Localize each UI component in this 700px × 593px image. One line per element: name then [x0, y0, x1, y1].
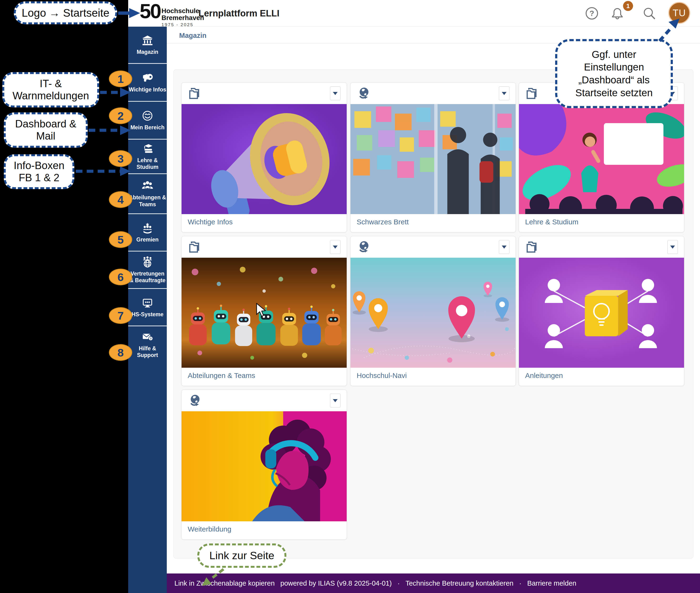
- card-actions-dropdown[interactable]: [330, 240, 340, 254]
- copy-link-footer-link[interactable]: Link in Zwischenablage kopieren: [174, 580, 275, 587]
- sidebar-item-hilfe-support[interactable]: ? Hilfe & Support: [128, 325, 167, 363]
- megaphone-icon: [142, 72, 153, 84]
- sidebar-item-mein-bereich[interactable]: Mein Bereich: [128, 101, 167, 139]
- notification-count-badge: 1: [623, 1, 633, 11]
- sidebar-item-magazin[interactable]: Magazin: [128, 27, 167, 63]
- weblink-icon: [357, 86, 370, 100]
- annotation-box-warnmeldungen: IT- & Warnmeldungen: [2, 72, 99, 108]
- card-image-idea-network: [519, 258, 684, 368]
- bank-icon: [142, 34, 153, 46]
- folder-icon: [188, 86, 201, 100]
- card-anleitungen[interactable]: Anleitungen: [519, 236, 684, 386]
- footer-bar: Link in Zwischenablage kopieren powered …: [167, 574, 700, 593]
- card-actions-dropdown[interactable]: [330, 394, 340, 407]
- annotation-number-5: 5: [109, 231, 132, 248]
- chevron-down-icon: [333, 92, 338, 95]
- sidebar-item-hs-systeme[interactable]: HS-Systeme: [128, 288, 167, 325]
- card-wichtige-infos[interactable]: Wichtige Infos: [181, 82, 347, 232]
- user-avatar[interactable]: TU: [668, 2, 690, 24]
- mail-help-icon: ?: [142, 331, 153, 343]
- weblink-icon: [357, 240, 370, 254]
- chevron-down-icon: [502, 92, 507, 95]
- globe-people-icon: [142, 256, 153, 268]
- notification-bell-icon[interactable]: [610, 6, 624, 21]
- support-footer-link[interactable]: Technische Betreuung kontaktieren: [406, 580, 513, 587]
- annotation-number-4: 4: [109, 191, 132, 208]
- page-title: Lernplattform ELLI: [198, 0, 280, 27]
- top-bar: 50 Hochschule Bremerhaven 1975 - 2025 Le…: [128, 0, 700, 27]
- card-image-sticky-notes: [351, 104, 516, 214]
- card-image-presentation: [519, 104, 684, 214]
- card-hochschul-navi[interactable]: Hochschul-Navi: [350, 236, 516, 386]
- annotation-number-7: 7: [109, 307, 132, 324]
- folder-icon: [525, 86, 539, 100]
- main-content: Magazin: [167, 27, 700, 574]
- card-title[interactable]: Hochschul-Navi: [351, 368, 516, 386]
- card-title[interactable]: Anleitungen: [519, 368, 684, 386]
- sidebar-item-vertretungen-beauftragte[interactable]: Vertretungen & Beauftragte: [128, 251, 167, 288]
- books-cap-icon: [142, 143, 153, 155]
- card-abteilungen-teams[interactable]: Abteilungen & Teams: [181, 236, 347, 386]
- folder-icon: [525, 240, 539, 254]
- card-image-map-pins: [351, 258, 516, 368]
- annotation-box-infoboxen: Info-Boxen FB 1 & 2: [4, 154, 74, 189]
- report-barrier-footer-link[interactable]: Barriere melden: [527, 580, 576, 587]
- chevron-down-icon: [670, 245, 675, 249]
- logo-50: 50: [140, 1, 160, 21]
- logo-line2: Bremerhaven: [161, 14, 204, 22]
- sidebar-item-wichtige-infos[interactable]: Wichtige Infos: [128, 63, 167, 101]
- card-title[interactable]: Wichtige Infos: [182, 214, 347, 232]
- chevron-down-icon: [333, 399, 338, 402]
- smiley-icon: [142, 110, 153, 122]
- people-group-icon: [142, 180, 153, 192]
- annotation-dashboard-note: Ggf. unter Einstellungen „Dashboard“ als…: [555, 39, 673, 108]
- card-image-robots: [182, 258, 347, 368]
- card-title[interactable]: Weiterbildung: [182, 521, 347, 540]
- annotation-number-6: 6: [109, 269, 132, 285]
- repository-panel: Wichtige Infos: [174, 70, 693, 558]
- card-actions-dropdown[interactable]: [330, 86, 340, 100]
- card-actions-dropdown[interactable]: [499, 86, 509, 100]
- card-title[interactable]: Lehre & Studium: [519, 214, 684, 232]
- sidebar-nav: Magazin Wichtige Infos Mein Bereich Lehr…: [128, 27, 167, 593]
- weblink-icon: [188, 394, 201, 407]
- annotation-number-3: 3: [109, 150, 132, 167]
- card-title[interactable]: Abteilungen & Teams: [182, 368, 347, 386]
- search-icon[interactable]: [642, 6, 656, 21]
- card-actions-dropdown[interactable]: [667, 240, 678, 254]
- card-weiterbildung[interactable]: Weiterbildung: [181, 390, 347, 540]
- powered-by-text: powered by ILIAS (v9.8 2025-04-01): [281, 580, 392, 587]
- card-actions-dropdown[interactable]: [499, 240, 509, 254]
- chevron-down-icon: [502, 245, 507, 249]
- card-schwarzes-brett[interactable]: Schwarzes Brett: [350, 82, 516, 232]
- annotation-link-note: Link zur Seite: [197, 544, 286, 568]
- chevron-down-icon: [333, 245, 338, 249]
- card-image-headphones-learner: [182, 411, 347, 521]
- svg-text:?: ?: [150, 337, 152, 340]
- screenshot-stage: 50 Hochschule Bremerhaven 1975 - 2025 Le…: [0, 0, 700, 593]
- logo-line1: Hochschule: [161, 8, 204, 14]
- card-title[interactable]: Schwarzes Brett: [351, 214, 516, 232]
- sidebar-item-abteilungen-teams[interactable]: Abteilungen & Teams: [128, 173, 167, 213]
- monitor-icon: [142, 297, 153, 309]
- annotation-number-1: 1: [109, 71, 132, 87]
- breadcrumb-magazin[interactable]: Magazin: [179, 32, 206, 40]
- annotation-logo-note: Logo → Startseite: [14, 1, 117, 24]
- folder-icon: [188, 240, 201, 254]
- sidebar-item-gremien[interactable]: Gremien: [128, 213, 167, 251]
- university-logo[interactable]: 50 Hochschule Bremerhaven 1975 - 2025: [140, 1, 204, 27]
- help-icon[interactable]: ?: [585, 6, 599, 21]
- footer-separator: ·: [519, 580, 521, 587]
- annotation-number-8: 8: [109, 344, 132, 361]
- committee-icon: [142, 222, 153, 234]
- svg-text:?: ?: [589, 9, 594, 17]
- card-image-megaphone: [182, 104, 347, 214]
- sidebar-item-lehre-studium[interactable]: Lehre & Studium: [128, 139, 167, 173]
- annotation-box-dashboard-mail: Dashboard & Mail: [4, 112, 88, 148]
- annotation-number-2: 2: [109, 108, 132, 124]
- footer-separator: ·: [397, 580, 400, 587]
